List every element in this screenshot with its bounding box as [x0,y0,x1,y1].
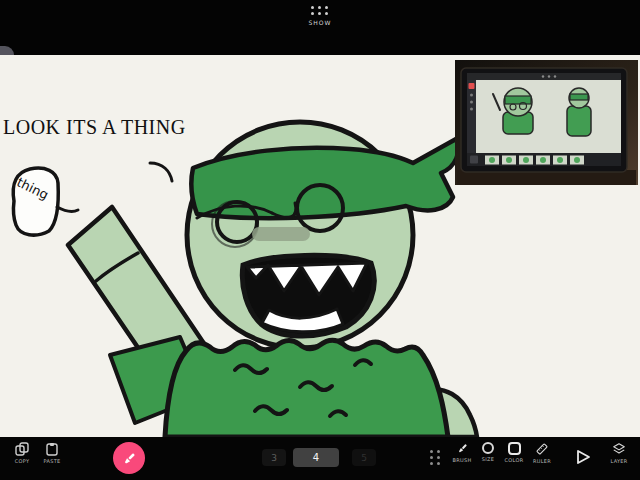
ruler-icon [535,442,549,456]
show-toolbars-button[interactable]: SHOW [298,6,342,26]
color-tool-button[interactable]: COLOR [502,442,526,463]
frame-next-number: 5 [361,453,367,463]
toolbar-drag-handle[interactable] [430,450,441,465]
canvas-caption-text: LOOK ITS A THING [3,116,233,139]
draw-mode-button[interactable] [113,442,145,474]
brush-icon [456,442,469,455]
frame-previous[interactable]: 3 [262,449,286,466]
frame-previous-number: 3 [271,453,277,463]
app-window: SHOW ❯ [0,0,640,480]
paste-label: PASTE [43,458,60,464]
layer-tool-button[interactable]: LAYER [605,442,633,464]
play-icon [574,448,592,466]
top-bar: SHOW [0,0,640,55]
character-nose [252,227,310,241]
size-tool-button[interactable]: SIZE [477,442,499,462]
character-shirt [165,340,448,437]
copy-label: COPY [15,458,30,464]
copy-button[interactable]: COPY [8,442,36,464]
brush-tool-button[interactable]: BRUSH [448,442,476,463]
frame-next[interactable]: 5 [352,449,376,466]
frame-current-number: 4 [313,452,319,463]
caption-arrow [150,163,172,181]
size-label: SIZE [482,456,494,462]
layer-label: LAYER [610,458,627,464]
reference-photo-overlay[interactable] [455,60,638,185]
brush-label: BRUSH [453,457,472,463]
show-label: SHOW [309,19,332,26]
copy-icon [15,442,29,456]
paste-icon [45,442,59,456]
color-swatch-icon [508,442,521,455]
frame-current[interactable]: 4 [293,448,339,467]
ruler-tool-button[interactable]: RULER [529,442,555,464]
reference-photo [455,60,638,185]
paste-button[interactable]: PASTE [38,442,66,464]
layers-icon [612,442,626,456]
ruler-label: RULER [533,458,551,464]
color-label: COLOR [505,457,524,463]
size-icon [482,442,494,454]
dots-grid-icon [311,6,329,15]
paintbrush-icon [121,450,138,467]
play-button[interactable] [574,448,592,470]
